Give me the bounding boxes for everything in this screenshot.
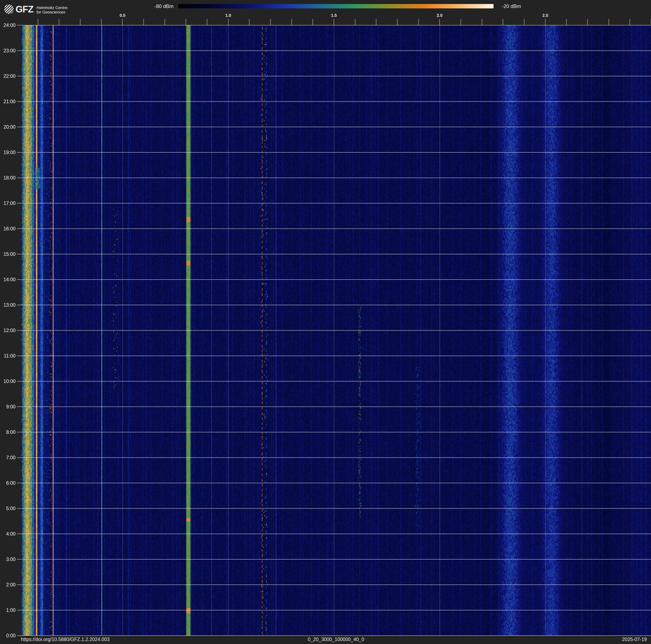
- logo-subtitle: Helmholtz Centre for Geosciences: [36, 5, 67, 14]
- time-label: 22:00: [0, 74, 16, 79]
- x-tick-label: 2.5: [537, 13, 554, 18]
- colorbar-min-label: -80 dBm: [131, 4, 174, 8]
- logo-org-text: GFZ: [16, 4, 33, 14]
- time-label: 15:00: [0, 252, 16, 257]
- x-tick: [355, 19, 355, 25]
- time-label: 23:00: [0, 48, 16, 53]
- spectrogram-canvas: [21, 25, 651, 636]
- x-tick-label: 0.5: [114, 13, 131, 18]
- colorbar-gradient: [178, 4, 494, 8]
- colorbar-max-label: -20 dBm: [502, 4, 521, 8]
- time-label: 7:00: [0, 455, 16, 460]
- x-tick: [629, 19, 630, 25]
- time-label: 17:00: [0, 201, 16, 206]
- time-label: 5:00: [0, 506, 16, 511]
- time-label: 9:00: [0, 404, 16, 409]
- x-tick: [207, 19, 207, 25]
- x-tick: [439, 19, 440, 25]
- time-label: 12:00: [0, 328, 16, 333]
- time-label: 16:00: [0, 226, 16, 231]
- x-tick: [101, 19, 102, 25]
- time-label: 19:00: [0, 150, 16, 155]
- x-tick: [38, 19, 38, 25]
- x-tick: [165, 19, 165, 25]
- x-tick: [482, 19, 482, 25]
- doi-link[interactable]: https://doi.org/10.5880/GFZ.1.2.2024.003: [21, 637, 110, 642]
- time-label: 24:00: [0, 23, 16, 28]
- time-label: 6:00: [0, 480, 16, 486]
- x-tick: [545, 19, 546, 25]
- time-label: 14:00: [0, 277, 16, 282]
- x-tick: [376, 19, 376, 25]
- x-tick: [122, 19, 123, 25]
- date-label: 2025-07-19: [622, 637, 647, 642]
- time-label: 21:00: [0, 99, 16, 104]
- x-tick: [418, 19, 419, 25]
- time-label: 20:00: [0, 124, 16, 130]
- x-tick: [524, 19, 524, 25]
- x-tick: [291, 19, 292, 25]
- x-tick: [249, 19, 249, 25]
- x-tick: [144, 19, 144, 25]
- x-tick: [566, 19, 566, 25]
- x-tick: [609, 19, 609, 25]
- x-tick: [334, 19, 334, 25]
- x-tick: [270, 19, 271, 25]
- time-label: 13:00: [0, 302, 16, 308]
- x-tick: [397, 19, 398, 25]
- x-tick: [186, 19, 186, 25]
- x-tick: [312, 19, 313, 25]
- x-tick: [587, 19, 588, 25]
- x-tick: [503, 19, 503, 25]
- time-label: 0:00: [0, 633, 16, 638]
- time-label: 4:00: [0, 531, 16, 536]
- time-label: 2:00: [0, 582, 16, 587]
- filename-label: 0_20_3000_100000_40_0: [273, 637, 399, 642]
- gfz-logo-icon: [4, 4, 14, 14]
- x-tick: [461, 19, 461, 25]
- time-label: 11:00: [0, 353, 16, 358]
- time-label: 3:00: [0, 557, 16, 562]
- x-tick-label: 1.0: [220, 13, 237, 18]
- time-label: 18:00: [0, 175, 16, 180]
- x-tick: [59, 19, 59, 25]
- logo-subtitle-line1: Helmholtz Centre: [36, 5, 67, 10]
- time-label: 10:00: [0, 379, 16, 384]
- x-tick-label: 2.0: [431, 13, 448, 18]
- logo-subtitle-line2: for Geosciences: [36, 10, 65, 14]
- x-tick: [80, 19, 81, 25]
- x-tick: [228, 19, 228, 25]
- x-tick-label: 1.5: [326, 13, 342, 18]
- time-label: 8:00: [0, 430, 16, 435]
- time-label: 1:00: [0, 608, 16, 613]
- spectrogram-page: GFZ Helmholtz Centre for Geosciences -80…: [0, 0, 651, 644]
